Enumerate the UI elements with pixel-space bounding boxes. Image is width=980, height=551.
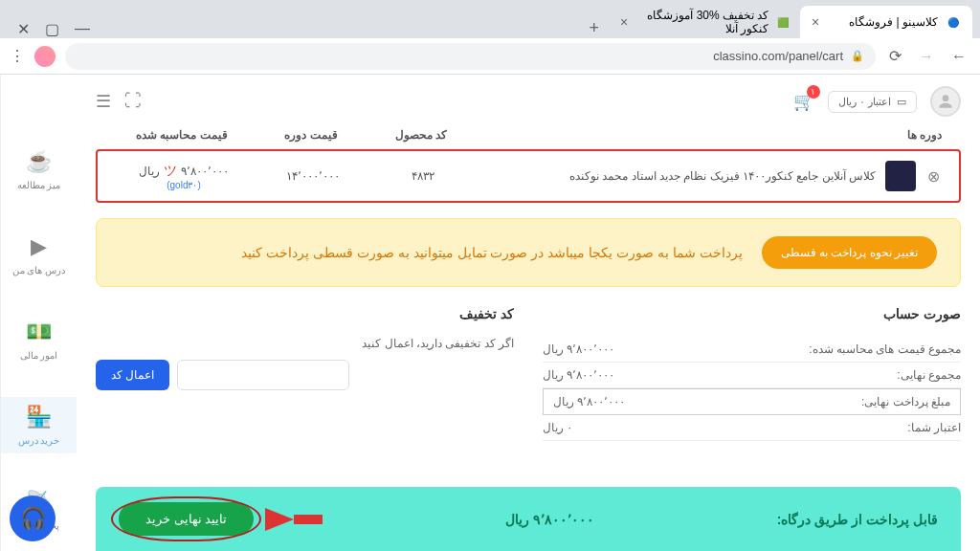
payment-alert: تغییر نحوه پرداخت به قسطی پرداخت شما به …	[96, 218, 961, 287]
col-price: قیمت دوره	[249, 128, 373, 142]
cart-button[interactable]: 🛒۱	[793, 91, 814, 112]
play-icon: ▶	[31, 234, 47, 259]
close-icon[interactable]: ×	[620, 14, 628, 30]
maximize-icon[interactable]: ▢	[45, 20, 59, 38]
discount-desc: اگر کد تخفیفی دارید، اعمال کنید	[96, 337, 514, 350]
summary-line-final: مبلغ پرداخت نهایی: ۹٬۸۰۰٬۰۰۰ ریال	[543, 388, 961, 415]
sidebar-item-shop[interactable]: 🏪 خرید درس	[1, 397, 77, 453]
support-chat-button[interactable]: 🎧	[10, 496, 56, 541]
discount-tag: (gold۳۰)	[167, 180, 201, 190]
cart-item-row: ⊗ کلاس آنلاین جامع کنکور۱۴۰۰ فیزیک نظام …	[96, 149, 961, 203]
col-code: کد محصول	[373, 128, 469, 142]
summary-line: اعتبار شما: ۰ ریال	[543, 415, 961, 441]
profile-avatar[interactable]	[34, 46, 56, 67]
discount-input[interactable]	[177, 360, 349, 390]
credit-display: ▭ اعتبار ۰ ریال	[828, 91, 917, 113]
new-tab-button[interactable]: +	[579, 18, 609, 38]
change-payment-button[interactable]: تغییر نحوه پرداخت به قسطی	[762, 236, 937, 269]
sidebar-item-finance[interactable]: 💵 امور مالی	[1, 312, 77, 368]
sidebar: ☕ میز مطالعه ▶ درس های من 💵 امور مالی 🏪 …	[0, 75, 77, 551]
browser-tab-active[interactable]: 🔵 کلاسینو | فروشگاه ×	[800, 6, 972, 38]
window-controls: — ▢ ✕	[8, 20, 100, 38]
url-text: classino.com/panel/cart	[713, 49, 843, 63]
discount-panel: کد تخفیف اگر کد تخفیفی دارید، اعمال کنید…	[96, 306, 514, 441]
course-title: کلاس آنلاین جامع کنکور۱۴۰۰ فیزیک نظام جد…	[471, 169, 876, 183]
summary-value: ۰ ریال	[543, 421, 572, 434]
calc-value: ۹٬۸۰۰٬۰۰۰ ریال	[139, 165, 228, 178]
shop-icon: 🏪	[26, 405, 52, 430]
app-topbar: ▭ اعتبار ۰ ریال 🛒۱ ⛶ ☰	[96, 86, 961, 117]
tab-title: کد تخفیف %30 آموزشگاه کنکور آنلا	[635, 9, 768, 35]
remove-item-button[interactable]: ⊗	[927, 167, 940, 186]
forward-icon[interactable]: →	[915, 44, 938, 69]
summary-label: مبلغ پرداخت نهایی:	[625, 395, 950, 408]
minimize-icon[interactable]: —	[75, 20, 90, 38]
headset-icon: 🎧	[20, 506, 46, 531]
summary-label: اعتبار شما:	[572, 421, 961, 434]
apply-discount-button[interactable]: اعمال کد	[96, 360, 169, 390]
pay-amount: ۹٬۸۰۰٬۰۰۰ ریال	[505, 512, 594, 527]
back-icon[interactable]: ←	[947, 44, 970, 69]
close-icon[interactable]: ×	[812, 14, 819, 30]
cart-badge: ۱	[807, 85, 820, 99]
hamburger-icon[interactable]: ☰	[96, 91, 111, 112]
user-avatar[interactable]	[930, 86, 961, 117]
summary-value: ۹٬۸۰۰٬۰۰۰ ریال	[543, 342, 614, 356]
payment-bar: قابل پرداخت از طریق درگاه: ۹٬۸۰۰٬۰۰۰ ریا…	[96, 487, 961, 551]
sidebar-item-lessons[interactable]: ▶ درس های من	[1, 227, 77, 283]
lock-icon: 🔒	[851, 50, 864, 62]
confirm-purchase-button[interactable]: تایید نهایی خرید	[119, 502, 254, 536]
arrow-icon	[265, 508, 294, 531]
credit-label: اعتبار ۰ ریال	[838, 96, 891, 108]
sidebar-item-label: امور مالی	[20, 350, 58, 361]
svg-point-0	[943, 95, 949, 101]
course-code: ۴۸۳۲	[375, 169, 471, 183]
fullscreen-icon[interactable]: ⛶	[124, 91, 142, 112]
browser-tab-inactive[interactable]: 🟩 کد تخفیف %30 آموزشگاه کنکور آنلا ×	[609, 6, 800, 38]
close-window-icon[interactable]: ✕	[17, 20, 30, 38]
sidebar-item-desk[interactable]: ☕ میز مطالعه	[1, 142, 77, 198]
col-course: دوره ها	[469, 128, 942, 142]
summary-label: مجموع قیمت های محاسبه شده:	[614, 342, 961, 356]
smile-icon: ツ	[164, 163, 177, 178]
summary-value: ۹٬۸۰۰٬۰۰۰ ریال	[553, 395, 625, 408]
pay-label: قابل پرداخت از طریق درگاه:	[777, 512, 938, 527]
course-thumbnail	[885, 161, 916, 191]
url-bar[interactable]: 🔒 classino.com/panel/cart	[65, 43, 876, 70]
tab-favicon: 🔵	[946, 14, 961, 30]
calculated-price: ツ۹٬۸۰۰٬۰۰۰ ریال (gold۳۰)	[117, 163, 251, 190]
discount-title: کد تخفیف	[96, 306, 514, 321]
cart-table-header: دوره ها کد محصول قیمت دوره قیمت محاسبه ش…	[96, 128, 961, 149]
wallet-icon: ▭	[897, 96, 906, 108]
sidebar-item-label: درس های من	[12, 265, 66, 276]
money-icon: 💵	[26, 320, 52, 344]
tab-title: کلاسینو | فروشگاه	[849, 15, 938, 29]
course-price: ۱۴٬۰۰۰٬۰۰۰	[251, 169, 375, 183]
browser-tab-strip: 🔵 کلاسینو | فروشگاه × 🟩 کد تخفیف %30 آمو…	[0, 0, 980, 38]
sidebar-item-label: خرید درس	[18, 435, 60, 446]
summary-value: ۹٬۸۰۰٬۰۰۰ ریال	[543, 368, 614, 382]
tab-favicon: 🟩	[776, 14, 789, 30]
menu-icon[interactable]: ⋮	[10, 47, 25, 65]
alert-text: پرداخت شما به صورت یکجا میباشد در صورت ت…	[120, 245, 743, 260]
reload-icon[interactable]: ⟳	[885, 43, 905, 69]
main-content: ▭ اعتبار ۰ ریال 🛒۱ ⛶ ☰ دوره ها کد محصول …	[77, 75, 980, 551]
summary-line: مجموع قیمت های محاسبه شده: ۹٬۸۰۰٬۰۰۰ ریا…	[543, 337, 961, 363]
col-calculated: قیمت محاسبه شده	[115, 128, 249, 142]
sidebar-item-label: میز مطالعه	[17, 180, 61, 190]
summary-title: صورت حساب	[543, 306, 961, 321]
summary-panel: صورت حساب مجموع قیمت های محاسبه شده: ۹٬۸…	[543, 306, 961, 441]
summary-label: مجموع نهایی:	[614, 368, 961, 382]
arrow-annotation	[294, 515, 323, 524]
summary-line: مجموع نهایی: ۹٬۸۰۰٬۰۰۰ ریال	[543, 363, 961, 388]
browser-nav-bar: ← → ⟳ 🔒 classino.com/panel/cart ⋮	[0, 38, 980, 75]
desk-icon: ☕	[26, 149, 52, 174]
